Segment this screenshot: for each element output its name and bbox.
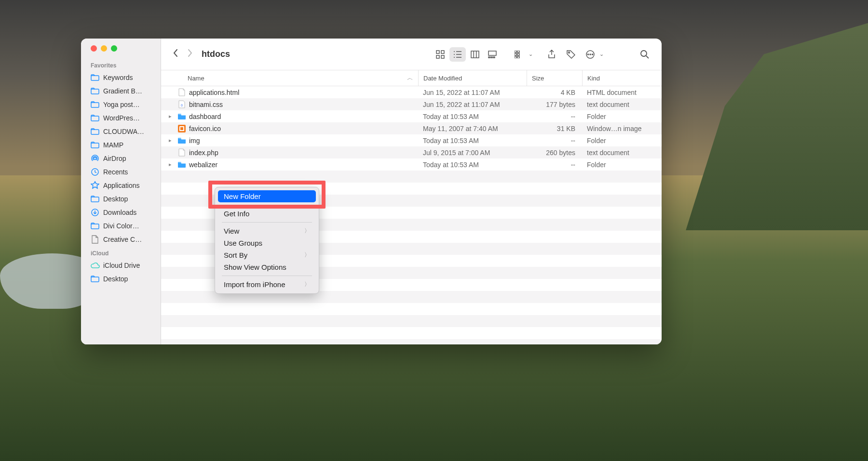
column-date-label: Date Modified [423,75,462,82]
view-switcher [432,47,501,62]
sidebar-item[interactable]: Divi Color… [81,219,161,233]
apps-icon [91,181,99,190]
file-row[interactable]: ▸applications.htmlJun 15, 2022 at 11:07 … [161,86,662,98]
column-size[interactable]: Size [527,70,582,86]
menu-item[interactable]: View〉 [218,225,316,237]
menu-item[interactable]: Show View Options [218,261,316,273]
file-icon [177,148,186,157]
sidebar-item[interactable]: Gradient B… [81,84,161,98]
sidebar-item-label: Applications [103,182,140,189]
view-list-button[interactable] [449,47,466,62]
menu-item[interactable]: Get Info [218,208,316,220]
svg-rect-1 [91,89,99,94]
view-icons-button[interactable] [432,47,448,62]
back-button[interactable] [170,49,181,60]
disclosure-triangle-icon[interactable]: ▸ [169,161,175,168]
sidebar-item[interactable]: iCloud Drive [81,259,161,272]
sidebar-item[interactable]: WordPres… [81,111,161,125]
folder-icon [91,114,99,122]
menu-item[interactable]: New Folder [218,190,316,202]
cloud-icon [91,261,99,270]
sidebar-item[interactable]: Desktop [81,272,161,286]
file-row[interactable]: ▸dashboardToday at 10:53 AM--Folder [161,110,662,122]
sidebar-item[interactable]: Keywords [81,71,161,84]
sidebar-item-label: CLOUDWA… [103,128,144,135]
menu-item[interactable]: Use Groups [218,237,316,249]
file-kind: text document [582,149,662,157]
sidebar-item-label: Desktop [103,275,128,283]
sidebar-item[interactable]: Desktop [81,192,161,206]
disclosure-triangle-icon[interactable]: ▸ [169,137,175,144]
sidebar-item-label: Desktop [103,195,128,203]
zoom-button[interactable] [111,45,117,52]
svg-rect-4 [91,130,99,134]
sidebar-item[interactable]: AirDrop [81,152,161,165]
sidebar-item[interactable]: CLOUDWA… [81,125,161,138]
sidebar-item[interactable]: Creative C… [81,233,161,246]
svg-rect-45 [180,127,183,130]
svg-rect-28 [493,57,495,58]
file-row[interactable]: ▸{}bitnami.cssJun 15, 2022 at 11:07 AM17… [161,98,662,110]
file-kind: text document [582,101,662,108]
file-date: Today at 10:53 AM [418,137,527,145]
file-row[interactable]: ▸index.phpJul 9, 2015 at 7:00 AM260 byte… [161,146,662,158]
svg-rect-11 [91,277,99,282]
window-title: htdocs [202,49,230,59]
forward-button[interactable] [184,49,196,60]
file-row[interactable]: ▸favicon.icoMay 11, 2007 at 7:40 AM31 KB… [161,122,662,134]
file-row[interactable]: ▸imgToday at 10:53 AM--Folder [161,134,662,146]
column-kind[interactable]: Kind [582,70,662,86]
sidebar-item[interactable]: Downloads [81,206,161,219]
sidebar-heading-icloud: iCloud [81,246,161,259]
svg-point-37 [588,54,589,55]
column-date[interactable]: Date Modified [418,70,527,86]
tags-button[interactable] [563,47,579,62]
file-kind: Window…n image [582,125,662,132]
share-button[interactable] [543,47,560,62]
sidebar-item[interactable]: Yoga post… [81,98,161,111]
file-name: favicon.ico [189,125,221,132]
group-by-button[interactable] [511,47,528,62]
chevron-down-icon: ⌄ [529,51,533,57]
disclosure-triangle-icon[interactable]: ▸ [169,113,175,119]
column-name[interactable]: Name ︿ [161,74,418,82]
file-icon [177,88,186,97]
file-name: dashboard [189,113,221,120]
search-button[interactable] [637,47,653,62]
sidebar-item[interactable]: Recents [81,165,161,179]
svg-rect-30 [517,51,519,53]
view-gallery-button[interactable] [484,47,501,62]
menu-item-label: Sort By [224,251,247,259]
sort-ascending-icon: ︿ [407,74,413,82]
file-icon [177,160,186,169]
window-controls [81,45,161,58]
svg-rect-25 [488,51,496,55]
close-button[interactable] [91,45,97,52]
chevron-down-icon: ⌄ [599,51,604,57]
svg-rect-2 [91,103,99,107]
svg-rect-13 [441,51,444,53]
svg-point-39 [592,54,593,55]
file-date: Jun 15, 2022 at 11:07 AM [418,101,527,108]
file-date: Jul 9, 2015 at 7:00 AM [418,149,527,157]
file-size: 4 KB [527,89,582,96]
minimize-button[interactable] [101,45,107,52]
menu-item[interactable]: Import from iPhone〉 [218,278,316,290]
finder-window: Favorites KeywordsGradient B…Yoga post…W… [81,39,662,344]
sidebar-item[interactable]: Applications [81,179,161,192]
sidebar-item-label: Divi Color… [103,222,139,230]
file-kind: Folder [582,161,662,169]
svg-rect-29 [515,51,516,53]
svg-rect-27 [491,57,492,58]
folder-icon [91,87,99,95]
svg-line-41 [646,56,649,58]
view-columns-button[interactable] [467,47,483,62]
download-icon [91,208,99,217]
menu-item[interactable]: Sort By〉 [218,249,316,261]
file-date: Today at 10:53 AM [418,113,527,120]
column-name-label: Name [188,75,204,82]
toolbar: htdocs ⌄ [161,39,662,70]
sidebar-item[interactable]: MAMP [81,138,161,152]
file-row[interactable]: ▸webalizerToday at 10:53 AM--Folder [161,158,662,171]
actions-button[interactable] [582,47,598,62]
